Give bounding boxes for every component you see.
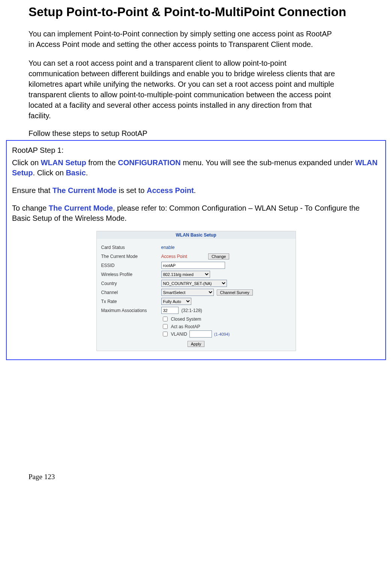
kw-wlan-setup: WLAN Setup [41, 158, 86, 167]
kw-current-mode-2: The Current Mode [49, 204, 113, 212]
vlanid-checkbox[interactable] [163, 332, 168, 336]
label-card-status: Card Status [101, 245, 161, 250]
wireless-profile-select[interactable]: 802.11b/g mixed [161, 271, 210, 278]
closed-system-label: Closed System [171, 317, 201, 322]
kw-current-mode: The Current Mode [53, 186, 117, 195]
intro-paragraph-1: You can implement Point-to-Point connect… [29, 29, 336, 50]
vlanid-option[interactable]: VLANID (1-4094) [161, 330, 291, 338]
country-select[interactable]: NO_COUNTRY_SET-(NA) [161, 280, 227, 287]
act-as-rootap-label: Act as RootAP [171, 324, 200, 329]
wlan-basic-setup-panel: WLAN Basic Setup Card Status enable The … [96, 231, 296, 351]
tx-rate-select[interactable]: Fully Auto [161, 298, 191, 305]
label-max-assoc: Maximum Associations [101, 308, 161, 313]
label-current-mode: The Current Mode [101, 254, 161, 259]
channel-select[interactable]: SmartSelect [161, 289, 214, 296]
closed-system-option[interactable]: Closed System [161, 315, 291, 323]
max-assoc-hint: (32:1-128) [182, 308, 202, 313]
wlan-panel-title: WLAN Basic Setup [97, 231, 296, 239]
act-as-rootap-checkbox[interactable] [163, 324, 168, 329]
value-card-status: enable [161, 245, 175, 250]
vlanid-label: VLANID [171, 332, 187, 337]
label-channel: Channel [101, 290, 161, 295]
value-current-mode: Access Point [161, 254, 187, 259]
page-title: Setup Point-to-Point & Point-to-MultiPoi… [29, 5, 363, 20]
step1-paragraph-2: Ensure that The Current Mode is set to A… [12, 185, 380, 196]
step1-paragraph-1: Click on WLAN Setup from the CONFIGURATI… [12, 158, 380, 178]
kw-basic: Basic [66, 169, 86, 177]
step-heading: RootAP Step 1: [12, 146, 380, 155]
apply-button[interactable]: Apply [188, 341, 205, 347]
label-wireless-profile: Wireless Profile [101, 272, 161, 277]
vlanid-input[interactable] [189, 330, 212, 338]
intro-paragraph-2: You can set a root access point and a tr… [29, 58, 336, 121]
act-as-rootap-option[interactable]: Act as RootAP [161, 323, 291, 330]
kw-configuration: CONFIGURATION [118, 158, 180, 167]
change-button[interactable]: Change [208, 253, 230, 259]
page-number: Page 123 [29, 473, 363, 481]
kw-access-point: Access Point [147, 186, 194, 195]
label-essid: ESSID [101, 263, 161, 268]
max-assoc-input[interactable] [161, 307, 179, 314]
closed-system-checkbox[interactable] [163, 317, 168, 321]
label-tx-rate: Tx Rate [101, 299, 161, 304]
intro-paragraph-3: Follow these steps to setup RootAP [29, 129, 363, 138]
label-country: Country [101, 281, 161, 286]
rootap-step1-callout: RootAP Step 1: Click on WLAN Setup from … [6, 140, 386, 360]
essid-input[interactable] [161, 262, 225, 269]
channel-survey-button[interactable]: Channel Survey [217, 290, 253, 296]
step1-paragraph-3: To change The Current Mode, please refer… [12, 203, 380, 223]
vlanid-hint: (1-4094) [214, 332, 230, 336]
